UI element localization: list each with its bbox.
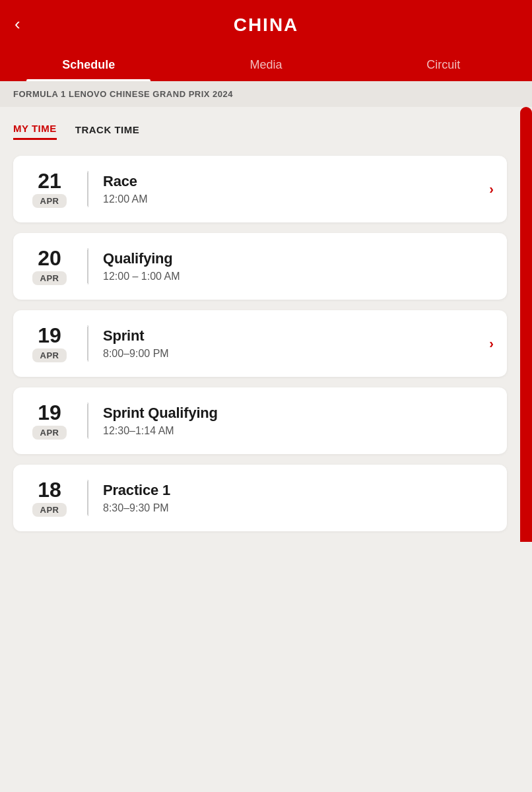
tab-media[interactable]: Media xyxy=(178,48,355,81)
time-toggle: MY TIME TRACK TIME xyxy=(13,123,507,140)
schedule-info-race: Race 12:00 AM xyxy=(103,173,482,205)
divider-sprint-qualifying xyxy=(87,403,88,439)
chevron-right-icon-sprint: › xyxy=(489,336,494,351)
header-top: ‹ CHINA xyxy=(0,0,532,48)
event-time-sprint: 8:00–9:00 PM xyxy=(103,348,482,360)
schedule-month-sprint: APR xyxy=(32,348,67,362)
gp-subtitle: FORMULA 1 LENOVO CHINESE GRAND PRIX 2024 xyxy=(0,81,532,107)
schedule-date-sprint-qualifying: 19 APR xyxy=(26,402,73,440)
event-time-qualifying: 12:00 – 1:00 AM xyxy=(103,271,474,282)
event-time-race: 12:00 AM xyxy=(103,193,482,205)
schedule-date-qualifying: 20 APR xyxy=(26,248,73,285)
schedule-info-sprint: Sprint 8:00–9:00 PM xyxy=(103,327,482,360)
schedule-month-sprint-qualifying: APR xyxy=(32,426,67,440)
header: ‹ CHINA Schedule Media Circuit xyxy=(0,0,532,81)
tab-schedule[interactable]: Schedule xyxy=(0,48,178,81)
schedule-month-race: APR xyxy=(32,194,67,208)
divider-qualifying xyxy=(87,248,88,284)
schedule-day-sprint-qualifying: 19 xyxy=(38,402,61,423)
schedule-date-sprint: 19 APR xyxy=(26,325,73,362)
schedule-item-sprint[interactable]: 19 APR Sprint 8:00–9:00 PM › xyxy=(13,310,507,377)
event-name-sprint-qualifying: Sprint Qualifying xyxy=(103,405,474,422)
schedule-month-practice1: APR xyxy=(32,503,67,517)
main-content: MY TIME TRACK TIME 21 APR Race xyxy=(0,107,532,542)
my-time-toggle[interactable]: MY TIME xyxy=(13,123,57,140)
app-container: ‹ CHINA Schedule Media Circuit FORMULA 1… xyxy=(0,0,532,542)
schedule-date-practice1: 18 APR xyxy=(26,479,73,517)
back-button[interactable]: ‹ xyxy=(15,15,20,32)
schedule-item-race[interactable]: 21 APR Race 12:00 AM › xyxy=(13,156,507,222)
schedule-day-sprint: 19 xyxy=(38,325,61,346)
event-name-sprint: Sprint xyxy=(103,327,482,345)
event-name-practice1: Practice 1 xyxy=(103,482,474,499)
tab-navigation: Schedule Media Circuit xyxy=(0,48,532,81)
event-name-qualifying: Qualifying xyxy=(103,250,474,267)
content-inner: MY TIME TRACK TIME 21 APR Race xyxy=(0,107,520,542)
schedule-day-qualifying: 20 xyxy=(38,248,61,269)
page-title: CHINA xyxy=(234,15,299,36)
schedule-day-race: 21 xyxy=(38,170,61,191)
schedule-date-race: 21 APR xyxy=(26,170,73,208)
schedule-item-practice1[interactable]: 18 APR Practice 1 8:30–9:30 PM xyxy=(13,465,507,531)
divider-practice1 xyxy=(87,480,88,516)
schedule-item-qualifying[interactable]: 20 APR Qualifying 12:00 – 1:00 AM xyxy=(13,233,507,300)
red-accent-bar xyxy=(520,107,532,542)
divider-race xyxy=(87,171,88,207)
tab-circuit[interactable]: Circuit xyxy=(354,48,532,81)
schedule-info-sprint-qualifying: Sprint Qualifying 12:30–1:14 AM xyxy=(103,405,474,437)
event-time-practice1: 8:30–9:30 PM xyxy=(103,502,474,514)
schedule-item-sprint-qualifying[interactable]: 19 APR Sprint Qualifying 12:30–1:14 AM xyxy=(13,387,507,454)
schedule-day-practice1: 18 xyxy=(38,479,61,500)
schedule-list: 21 APR Race 12:00 AM › 20 APR xyxy=(13,156,507,542)
schedule-info-practice1: Practice 1 8:30–9:30 PM xyxy=(103,482,474,514)
schedule-info-qualifying: Qualifying 12:00 – 1:00 AM xyxy=(103,250,474,282)
event-time-sprint-qualifying: 12:30–1:14 AM xyxy=(103,425,474,437)
divider-sprint xyxy=(87,325,88,362)
chevron-right-icon-race: › xyxy=(489,182,494,197)
track-time-toggle[interactable]: TRACK TIME xyxy=(75,124,140,139)
schedule-month-qualifying: APR xyxy=(32,271,67,285)
event-name-race: Race xyxy=(103,173,482,190)
